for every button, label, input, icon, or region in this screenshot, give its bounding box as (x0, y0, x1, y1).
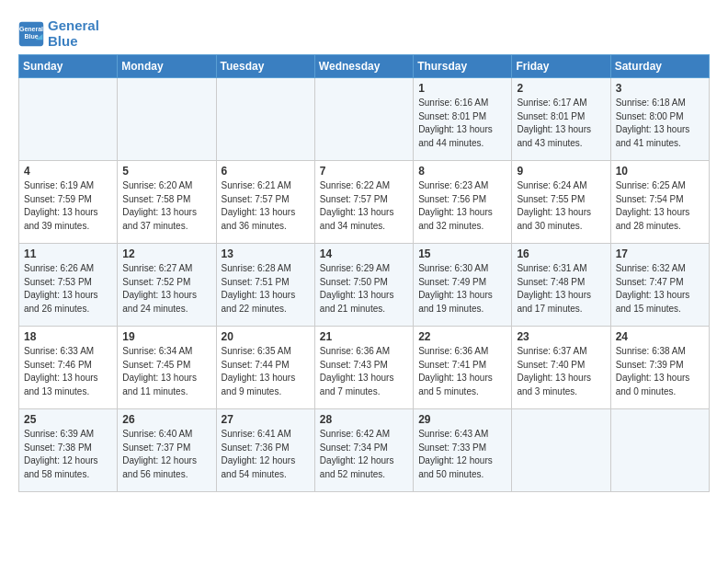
day-number: 4 (24, 165, 112, 178)
day-info: Sunrise: 6:35 AM Sunset: 7:44 PM Dayligh… (222, 345, 310, 398)
day-info: Sunrise: 6:17 AM Sunset: 8:01 PM Dayligh… (517, 97, 605, 150)
day-cell: 21Sunrise: 6:36 AM Sunset: 7:43 PM Dayli… (314, 327, 413, 409)
week-row-2: 11Sunrise: 6:26 AM Sunset: 7:53 PM Dayli… (19, 244, 710, 327)
day-info: Sunrise: 6:25 AM Sunset: 7:54 PM Dayligh… (616, 179, 704, 233)
day-info: Sunrise: 6:23 AM Sunset: 7:56 PM Dayligh… (418, 179, 506, 233)
header: General Blue General Blue (18, 15, 710, 49)
day-number: 22 (418, 330, 506, 343)
day-info: Sunrise: 6:42 AM Sunset: 7:34 PM Dayligh… (320, 428, 408, 481)
logo-text2: Blue (48, 34, 99, 50)
day-info: Sunrise: 6:36 AM Sunset: 7:41 PM Dayligh… (418, 345, 506, 398)
day-number: 24 (616, 330, 704, 343)
week-row-3: 18Sunrise: 6:33 AM Sunset: 7:46 PM Dayli… (19, 327, 710, 409)
day-info: Sunrise: 6:33 AM Sunset: 7:46 PM Dayligh… (24, 345, 112, 398)
day-number: 1 (418, 82, 506, 95)
col-header-thursday: Thursday (414, 55, 512, 78)
day-cell: 8Sunrise: 6:23 AM Sunset: 7:56 PM Daylig… (414, 161, 512, 244)
day-cell (610, 409, 709, 492)
day-number: 19 (122, 330, 210, 343)
day-info: Sunrise: 6:37 AM Sunset: 7:40 PM Dayligh… (517, 345, 605, 398)
col-header-monday: Monday (118, 55, 216, 78)
day-cell: 9Sunrise: 6:24 AM Sunset: 7:55 PM Daylig… (512, 161, 610, 244)
day-cell: 17Sunrise: 6:32 AM Sunset: 7:47 PM Dayli… (610, 244, 709, 327)
day-cell: 13Sunrise: 6:28 AM Sunset: 7:51 PM Dayli… (216, 244, 314, 327)
col-header-wednesday: Wednesday (314, 55, 413, 78)
day-cell: 12Sunrise: 6:27 AM Sunset: 7:52 PM Dayli… (118, 244, 216, 327)
day-cell: 28Sunrise: 6:42 AM Sunset: 7:34 PM Dayli… (314, 409, 413, 492)
day-number: 20 (222, 330, 310, 343)
day-cell: 22Sunrise: 6:36 AM Sunset: 7:41 PM Dayli… (414, 327, 512, 409)
day-info: Sunrise: 6:39 AM Sunset: 7:38 PM Dayligh… (24, 428, 112, 481)
day-info: Sunrise: 6:30 AM Sunset: 7:49 PM Dayligh… (418, 262, 506, 316)
day-number: 8 (418, 165, 506, 178)
day-number: 11 (24, 247, 112, 260)
col-header-friday: Friday (512, 55, 610, 78)
day-cell: 19Sunrise: 6:34 AM Sunset: 7:45 PM Dayli… (118, 327, 216, 409)
day-number: 3 (616, 82, 704, 95)
day-info: Sunrise: 6:32 AM Sunset: 7:47 PM Dayligh… (616, 262, 704, 316)
day-cell: 7Sunrise: 6:22 AM Sunset: 7:57 PM Daylig… (314, 161, 413, 244)
day-cell: 6Sunrise: 6:21 AM Sunset: 7:57 PM Daylig… (216, 161, 314, 244)
day-number: 14 (320, 247, 408, 260)
day-cell: 11Sunrise: 6:26 AM Sunset: 7:53 PM Dayli… (19, 244, 118, 327)
day-info: Sunrise: 6:38 AM Sunset: 7:39 PM Dayligh… (616, 345, 704, 398)
day-cell: 15Sunrise: 6:30 AM Sunset: 7:49 PM Dayli… (414, 244, 512, 327)
day-info: Sunrise: 6:31 AM Sunset: 7:48 PM Dayligh… (517, 262, 605, 316)
day-number: 10 (616, 165, 704, 178)
day-info: Sunrise: 6:34 AM Sunset: 7:45 PM Dayligh… (122, 345, 210, 398)
day-info: Sunrise: 6:27 AM Sunset: 7:52 PM Dayligh… (122, 262, 210, 316)
day-cell: 5Sunrise: 6:20 AM Sunset: 7:58 PM Daylig… (118, 161, 216, 244)
day-number: 26 (122, 413, 210, 426)
day-cell: 10Sunrise: 6:25 AM Sunset: 7:54 PM Dayli… (610, 161, 709, 244)
day-number: 15 (418, 247, 506, 260)
day-number: 2 (517, 82, 605, 95)
day-info: Sunrise: 6:20 AM Sunset: 7:58 PM Dayligh… (122, 179, 210, 233)
day-cell: 23Sunrise: 6:37 AM Sunset: 7:40 PM Dayli… (512, 327, 610, 409)
day-number: 29 (418, 413, 506, 426)
day-cell: 18Sunrise: 6:33 AM Sunset: 7:46 PM Dayli… (19, 327, 118, 409)
day-cell: 26Sunrise: 6:40 AM Sunset: 7:37 PM Dayli… (118, 409, 216, 492)
day-cell: 27Sunrise: 6:41 AM Sunset: 7:36 PM Dayli… (216, 409, 314, 492)
header-row: SundayMondayTuesdayWednesdayThursdayFrid… (19, 55, 710, 78)
day-info: Sunrise: 6:43 AM Sunset: 7:33 PM Dayligh… (418, 428, 506, 481)
day-info: Sunrise: 6:18 AM Sunset: 8:00 PM Dayligh… (616, 97, 704, 150)
day-number: 13 (222, 247, 310, 260)
day-cell (512, 409, 610, 492)
day-cell: 20Sunrise: 6:35 AM Sunset: 7:44 PM Dayli… (216, 327, 314, 409)
day-info: Sunrise: 6:16 AM Sunset: 8:01 PM Dayligh… (418, 97, 506, 150)
day-number: 21 (320, 330, 408, 343)
day-info: Sunrise: 6:41 AM Sunset: 7:36 PM Dayligh… (222, 428, 310, 481)
day-cell: 16Sunrise: 6:31 AM Sunset: 7:48 PM Dayli… (512, 244, 610, 327)
day-number: 7 (320, 165, 408, 178)
day-cell: 4Sunrise: 6:19 AM Sunset: 7:59 PM Daylig… (19, 161, 118, 244)
day-number: 25 (24, 413, 112, 426)
day-number: 27 (222, 413, 310, 426)
day-cell (314, 78, 413, 161)
calendar-table: SundayMondayTuesdayWednesdayThursdayFrid… (18, 54, 710, 492)
week-row-0: 1Sunrise: 6:16 AM Sunset: 8:01 PM Daylig… (19, 78, 710, 161)
day-info: Sunrise: 6:21 AM Sunset: 7:57 PM Dayligh… (222, 179, 310, 233)
day-cell (19, 78, 118, 161)
logo-text: General (48, 18, 99, 34)
day-number: 6 (222, 165, 310, 178)
col-header-sunday: Sunday (19, 55, 118, 78)
day-number: 23 (517, 330, 605, 343)
day-cell: 14Sunrise: 6:29 AM Sunset: 7:50 PM Dayli… (314, 244, 413, 327)
day-number: 18 (24, 330, 112, 343)
day-info: Sunrise: 6:29 AM Sunset: 7:50 PM Dayligh… (320, 262, 408, 316)
day-cell: 1Sunrise: 6:16 AM Sunset: 8:01 PM Daylig… (414, 78, 512, 161)
day-number: 12 (122, 247, 210, 260)
day-number: 9 (517, 165, 605, 178)
day-info: Sunrise: 6:19 AM Sunset: 7:59 PM Dayligh… (24, 179, 112, 233)
col-header-saturday: Saturday (610, 55, 709, 78)
svg-text:Blue: Blue (24, 32, 38, 39)
col-header-tuesday: Tuesday (216, 55, 314, 78)
day-cell: 2Sunrise: 6:17 AM Sunset: 8:01 PM Daylig… (512, 78, 610, 161)
day-number: 5 (122, 165, 210, 178)
day-cell (216, 78, 314, 161)
week-row-1: 4Sunrise: 6:19 AM Sunset: 7:59 PM Daylig… (19, 161, 710, 244)
day-cell: 24Sunrise: 6:38 AM Sunset: 7:39 PM Dayli… (610, 327, 709, 409)
day-info: Sunrise: 6:40 AM Sunset: 7:37 PM Dayligh… (122, 428, 210, 481)
day-info: Sunrise: 6:28 AM Sunset: 7:51 PM Dayligh… (222, 262, 310, 316)
day-number: 16 (517, 247, 605, 260)
